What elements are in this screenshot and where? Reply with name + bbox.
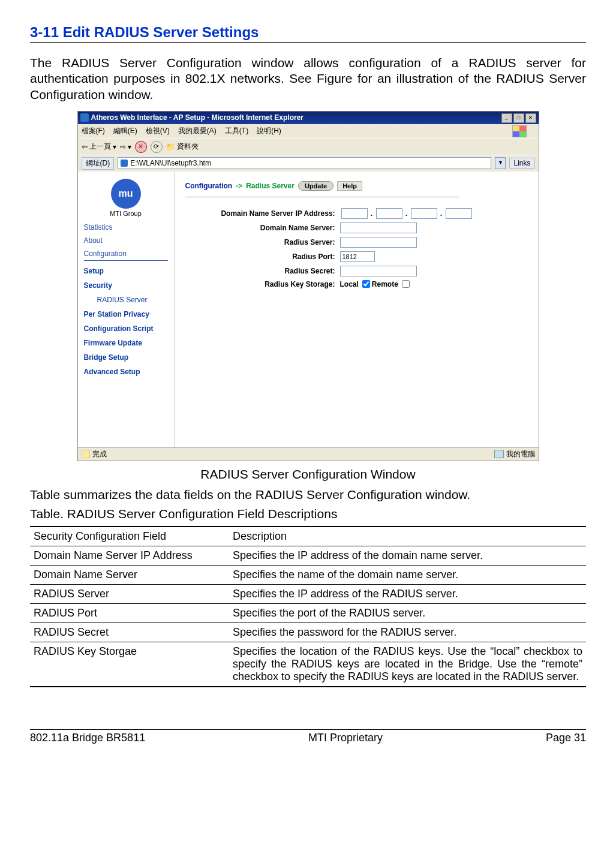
- toolbar: ⇦上一頁 ▾ ⇨ ▾ ✕ ⟳ 📁 資料夾: [78, 139, 539, 155]
- window-title: Atheros Web Interface - AP Setup - Micro…: [91, 113, 304, 122]
- remote-label: Remote: [372, 280, 398, 288]
- radius-secret-input[interactable]: [340, 266, 417, 276]
- update-button[interactable]: Update: [298, 181, 333, 191]
- menu-help[interactable]: 說明(H): [257, 126, 281, 136]
- dns-ip-octet-1[interactable]: [341, 208, 368, 219]
- cell-description: Specifies the port of the RADIUS server.: [229, 603, 586, 623]
- sidebar-item-configuration-script[interactable]: Configuration Script: [84, 324, 168, 333]
- window-titlebar: Atheros Web Interface - AP Setup - Micro…: [78, 112, 539, 124]
- footer-left: 802.11a Bridge BR5811: [30, 732, 145, 744]
- screenshot-image: Atheros Web Interface - AP Setup - Micro…: [77, 111, 539, 461]
- close-button[interactable]: ×: [525, 113, 536, 123]
- menu-tools[interactable]: 工具(T): [225, 126, 248, 136]
- refresh-icon[interactable]: ⟳: [151, 141, 163, 153]
- intro-paragraph: The RADIUS Server Configuration window a…: [30, 55, 586, 103]
- address-dropdown[interactable]: ▼: [495, 157, 506, 169]
- menu-bar: 檔案(F) 編輯(E) 檢視(V) 我的最愛(A) 工具(T) 說明(H): [78, 124, 539, 139]
- folders-button[interactable]: 📁 資料夾: [166, 142, 199, 152]
- description-table: Security Configuration Field Description…: [30, 526, 586, 687]
- help-button[interactable]: Help: [337, 181, 362, 191]
- address-label: 網址(D): [82, 157, 115, 170]
- radius-server-input[interactable]: [340, 237, 417, 248]
- page-icon: [121, 160, 128, 167]
- separator: [185, 197, 459, 197]
- brand-label: MTI Group: [84, 210, 168, 217]
- links-button[interactable]: Links: [509, 158, 534, 169]
- dns-ip-octet-2[interactable]: [376, 208, 402, 219]
- done-icon: [82, 450, 90, 458]
- section-title: 3-11 Edit RADIUS Server Settings: [30, 24, 586, 43]
- figure-caption: RADIUS Server Configuration Window: [30, 467, 586, 482]
- cell-field: RADIUS Port: [30, 603, 229, 623]
- label-radius-secret: Radius Secret:: [185, 267, 340, 275]
- remote-checkbox[interactable]: [402, 280, 410, 288]
- breadcrumb-configuration: Configuration: [185, 182, 233, 190]
- label-dns-ip: Domain Name Server IP Address:: [185, 209, 340, 218]
- cell-field: Domain Name Server: [30, 565, 229, 584]
- cell-description: Specifies the password for the RADIUS se…: [229, 623, 586, 642]
- dns-ip-octet-4[interactable]: [446, 208, 472, 219]
- status-bar: 完成 我的電腦: [78, 447, 539, 461]
- sidebar: mu MTI Group Statistics About Configurat…: [78, 172, 175, 447]
- table-row: Domain Name ServerSpecifies the name of …: [30, 565, 586, 584]
- ie-icon: [80, 113, 89, 122]
- sidebar-item-statistics[interactable]: Statistics: [84, 223, 168, 231]
- menu-file[interactable]: 檔案(F): [82, 126, 105, 136]
- table-row: RADIUS Key StorgaeSpecifies the location…: [30, 642, 586, 687]
- table-summary-line: Table summarizes the data fields on the …: [30, 488, 586, 502]
- dns-ip-input-group: . . .: [340, 208, 473, 219]
- dns-input[interactable]: [340, 222, 417, 233]
- table-header-description: Description: [229, 527, 586, 546]
- sidebar-item-security[interactable]: Security: [84, 281, 168, 290]
- forward-button[interactable]: ⇨ ▾: [120, 143, 131, 151]
- sidebar-item-advanced-setup[interactable]: Advanced Setup: [84, 368, 168, 376]
- page-footer: 802.11a Bridge BR5811 MTI Proprietary Pa…: [30, 729, 586, 744]
- breadcrumb-arrow: ->: [236, 182, 242, 190]
- back-button[interactable]: ⇦上一頁 ▾: [82, 142, 116, 152]
- main-panel: Configuration -> Radius Server Update He…: [175, 172, 539, 447]
- sidebar-item-setup[interactable]: Setup: [84, 267, 168, 275]
- table-row: RADIUS PortSpecifies the port of the RAD…: [30, 603, 586, 623]
- cell-description: Specifies the location of the RADIUS key…: [229, 642, 586, 687]
- table-row: RADIUS SecretSpecifies the password for …: [30, 623, 586, 642]
- table-header-field: Security Configuration Field: [30, 527, 229, 546]
- mti-logo-icon: mu: [111, 179, 141, 209]
- label-radius-server: Radius Server:: [185, 238, 340, 246]
- sidebar-item-firmware-update[interactable]: Firmware Update: [84, 339, 168, 347]
- window-buttons: _□×: [500, 113, 536, 123]
- computer-icon: [494, 450, 504, 458]
- footer-center: MTI Proprietary: [308, 732, 383, 744]
- footer-right: Page 31: [546, 732, 586, 744]
- table-title: Table. RADIUS Server Configuration Field…: [30, 507, 586, 521]
- breadcrumb-radius-server: Radius Server: [246, 182, 295, 190]
- dns-ip-octet-3[interactable]: [411, 208, 437, 219]
- label-radius-key-storage: Radius Key Storage:: [185, 280, 340, 288]
- radius-port-input[interactable]: [340, 251, 375, 262]
- sidebar-item-per-station-privacy[interactable]: Per Station Privacy: [84, 310, 168, 318]
- maximize-button[interactable]: □: [513, 113, 524, 123]
- menu-edit[interactable]: 編輯(E): [113, 126, 137, 136]
- local-label: Local: [340, 280, 359, 288]
- menu-view[interactable]: 檢視(V): [146, 126, 170, 136]
- status-text: 完成: [92, 449, 107, 459]
- zone-label: 我的電腦: [506, 449, 535, 459]
- cell-description: Specifies the IP address of the domain n…: [229, 546, 586, 565]
- local-checkbox[interactable]: [362, 280, 370, 288]
- label-radius-port: Radius Port:: [185, 252, 340, 261]
- address-bar: 網址(D) E:\WLAN\UI\setupfr3.htm ▼ Links: [78, 155, 539, 172]
- windows-logo-icon: [512, 125, 527, 137]
- sidebar-item-about[interactable]: About: [84, 236, 168, 245]
- sidebar-item-configuration[interactable]: Configuration: [84, 249, 168, 261]
- cell-field: RADIUS Server: [30, 584, 229, 603]
- table-row: RADIUS ServerSpecifies the IP address of…: [30, 584, 586, 603]
- cell-description: Specifies the IP address of the RADIUS s…: [229, 584, 586, 603]
- sidebar-item-radius-server[interactable]: RADIUS Server: [97, 296, 168, 304]
- table-row: Domain Name Server IP AddressSpecifies t…: [30, 546, 586, 565]
- label-dns: Domain Name Server:: [185, 224, 340, 232]
- menu-favorites[interactable]: 我的最愛(A): [178, 126, 217, 136]
- sidebar-item-bridge-setup[interactable]: Bridge Setup: [84, 353, 168, 362]
- minimize-button[interactable]: _: [501, 113, 512, 123]
- stop-icon[interactable]: ✕: [135, 141, 147, 153]
- cell-field: RADIUS Secret: [30, 623, 229, 642]
- address-input[interactable]: E:\WLAN\UI\setupfr3.htm: [118, 157, 491, 169]
